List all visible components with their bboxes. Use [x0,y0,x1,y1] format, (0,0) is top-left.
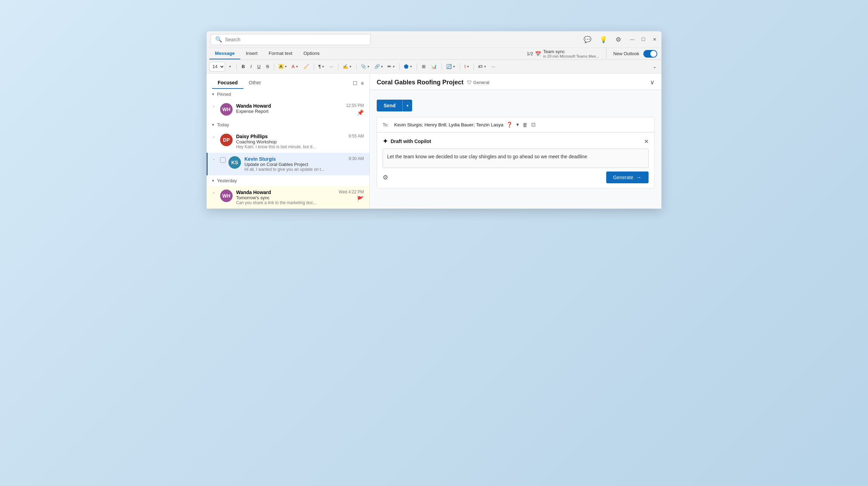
email-sender: Wanda Howard [236,103,343,109]
email-sender: Daisy Phillips [236,134,346,139]
pen-dropdown[interactable]: ✏ ▼ [386,62,397,70]
toolbar-right: ⌄ [651,62,659,72]
email-subject: Update on Coral Gables Project [244,162,346,167]
flag-dropdown[interactable]: ! ▼ [463,62,471,70]
compose-title: Coral Gables Roofing Project 🛡 General [377,79,489,86]
dropdown-caret-btn[interactable]: ▼ [226,62,234,72]
email-item-flagged[interactable]: › WH Wanda Howard Tomorrow's sync Can yo… [207,186,369,209]
bulb-icon[interactable]: 💡 [600,36,607,43]
expand-icon[interactable]: ▾ [516,122,519,128]
email-meta: Wed 4:22 PM 🚩 [339,190,364,202]
new-outlook-toggle[interactable] [643,50,657,58]
more-button-1[interactable]: ··· [327,62,335,72]
help-icon[interactable]: ❓ [506,122,513,128]
email-expand-icon[interactable]: › [213,104,220,108]
chart-button[interactable]: 📊 [429,62,439,72]
bold-button[interactable]: B [240,62,247,72]
layout-icon[interactable]: ☐ [353,80,357,86]
avatar: WH [220,103,233,116]
tab-other[interactable]: Other [243,78,267,89]
team-sync-badge[interactable]: 1/2 📅 Team sync in 20 min Microsoft Team… [527,49,599,58]
link-dropdown[interactable]: 🔗 ▼ [373,62,385,70]
copilot-title-text: Draft with Copilot [391,139,431,144]
tab-insert[interactable]: Insert [240,48,263,59]
email-preview: Hi all, I wanted to give you an update o… [244,167,346,172]
minimize-button[interactable]: — [629,37,635,42]
email-expand-icon-4[interactable]: › [213,191,220,195]
strikethrough-button[interactable]: S [264,62,271,72]
email-item[interactable]: › DP Daisy Phillips Coaching Workshop He… [207,130,369,153]
tab-format-text[interactable]: Format text [263,48,298,59]
italic-button[interactable]: I [248,62,254,72]
email-time: 9:30 AM [349,156,364,161]
maximize-button[interactable]: ☐ [641,37,646,42]
avatar: WH [220,190,233,202]
compose-to-row: To: Kevin Sturgis; Henry Brill; Lydia Ba… [377,117,654,132]
collapse-toolbar-button[interactable]: ⌄ [651,62,659,72]
loop-dropdown[interactable]: 🔄 ▼ [445,62,457,70]
highlight-dropdown[interactable]: A ▼ [277,62,289,70]
avatar-initials: WH [222,107,230,112]
avatar-initials: WH [222,193,230,199]
tags-dropdown[interactable]: 🏷 ▼ [477,62,488,70]
section-pinned[interactable]: ▾ Pinned [207,89,369,100]
generate-button[interactable]: Generate → [606,171,649,183]
copilot-dropdown[interactable]: ⬟ ▼ [402,62,414,71]
compose-box: To: Kevin Sturgis; Henry Brill; Lydia Ba… [377,117,654,188]
section-yesterday[interactable]: ▾ Yesterday [207,175,369,186]
pinned-chevron: ▾ [212,92,214,97]
email-item[interactable]: › WH Wanda Howard Expense Report 12:55 P… [207,100,369,119]
copilot-icon: ⬟ [404,63,409,70]
email-item-selected[interactable]: › KS Kevin Sturgis Update on Coral Gable… [207,153,369,175]
project-title: Coral Gables Roofing Project [377,79,464,86]
paragraph-dropdown[interactable]: ¶ ▼ [317,62,326,70]
underline-button[interactable]: U [255,62,262,72]
tab-options[interactable]: Options [298,48,325,59]
tab-focused[interactable]: Focused [212,78,243,89]
send-dropdown-button[interactable]: ▾ [402,100,412,111]
chat-icon[interactable]: 💬 [584,36,591,43]
email-time: Wed 4:22 PM [339,190,364,194]
filter-icon[interactable]: ≡ [361,80,364,86]
table-button[interactable]: ⊞ [420,62,428,72]
copilot-settings-icon[interactable]: ⚙ [383,174,388,181]
title-bar-icons: 💬 💡 ⚙ — ☐ ✕ [584,36,657,43]
copilot-input[interactable]: Let the team know we decided to use clay… [383,149,649,168]
attach-dropdown[interactable]: 📎 ▼ [359,62,372,70]
popout-icon[interactable]: ⊡ [531,122,536,128]
to-recipients[interactable]: Kevin Sturgis; Henry Brill; Lydia Bauer;… [394,122,503,127]
ribbon-right: 1/2 📅 Team sync in 20 min Microsoft Team… [527,49,661,59]
inbox-tabs-left: Focused Other [212,78,267,89]
general-badge: 🛡 General [467,79,489,85]
today-chevron: ▾ [212,123,214,127]
collapse-icon[interactable]: ∨ [650,78,654,86]
email-expand-icon-3[interactable]: › [213,157,220,161]
email-checkbox[interactable] [220,157,226,163]
copilot-close-button[interactable]: ✕ [644,138,649,145]
yesterday-label: Yesterday [217,178,237,183]
shield-icon: 🛡 [467,79,472,85]
settings-icon[interactable]: ⚙ [616,36,621,43]
search-icon: 🔍 [215,36,222,43]
more-button-2[interactable]: ··· [489,62,497,72]
send-button[interactable]: Send [377,100,402,111]
search-bar[interactable]: 🔍 [211,34,370,45]
font-color-dropdown[interactable]: A ▼ [290,62,300,70]
new-outlook-label: New Outlook [614,51,639,56]
section-today[interactable]: ▾ Today [207,119,369,130]
eraser-button[interactable]: 🧹 [301,62,311,72]
toolbar-divider-6 [399,63,400,70]
email-expand-icon-2[interactable]: › [213,135,220,139]
toolbar-divider-4 [338,63,339,70]
copilot-title: ✦ Draft with Copilot [383,137,431,145]
search-input[interactable] [225,37,366,42]
delete-icon[interactable]: 🗑 [523,122,528,128]
compose-outer-row: Send ▾ [377,95,654,117]
generate-arrow-icon: → [636,174,642,181]
signature-dropdown[interactable]: ✍ ▼ [341,62,353,70]
highlight-icon: A [278,64,284,69]
email-body-preview: Wanda Howard Expense Report [236,103,343,114]
font-size-select[interactable]: 14 10 12 16 18 [209,62,225,72]
tab-message[interactable]: Message [209,48,240,59]
close-button[interactable]: ✕ [652,37,657,42]
